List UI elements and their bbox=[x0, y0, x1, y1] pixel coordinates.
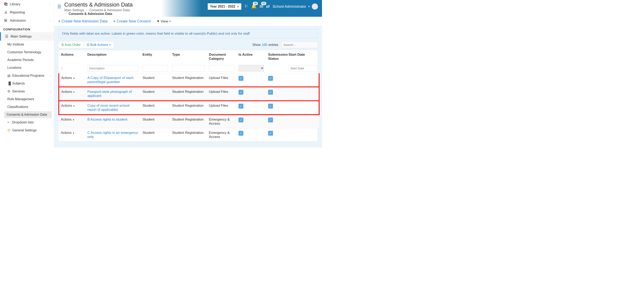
caret-down-icon: ▼ bbox=[109, 44, 111, 46]
year-label: Year 2021 - 2022 bbox=[210, 5, 235, 8]
cell-category: Emergency & Access bbox=[207, 128, 236, 142]
sidebar-item-reporting[interactable]: 🖨 Reporting bbox=[0, 8, 54, 16]
table-row: Actions ▼B Access rights to studentStude… bbox=[59, 115, 319, 128]
item-icon: ≡ bbox=[7, 121, 11, 124]
sidebar-item-academic-periods[interactable]: Academic Periods bbox=[0, 56, 54, 64]
sort-icon[interactable]: ⇅ bbox=[61, 67, 63, 70]
description-link[interactable]: Passport-style photograph of applicant bbox=[88, 90, 132, 98]
sidebar: 📚 Library ‹ 🖨 Reporting 🏛 Admission ‹ CO… bbox=[0, 0, 54, 147]
search-input[interactable] bbox=[281, 41, 318, 48]
description-link[interactable]: C Access rights in an emergency only bbox=[88, 131, 138, 139]
chevron-down-icon: ⌄ bbox=[48, 35, 51, 38]
caret-down-icon: ▼ bbox=[72, 132, 74, 134]
col-start[interactable]: Start Date bbox=[286, 50, 319, 63]
mail-icon[interactable]: ✉83 bbox=[260, 4, 263, 9]
col-type[interactable]: Type bbox=[170, 50, 207, 63]
col-actions[interactable]: Actions bbox=[59, 50, 85, 63]
button-label: Bulk Actions bbox=[90, 43, 108, 47]
active-checkbox[interactable]: ✓ bbox=[238, 76, 244, 81]
sidebar-item-educational-programs[interactable]: ▤Educational Programs‹ bbox=[0, 72, 54, 80]
col-entity[interactable]: Entity bbox=[140, 50, 170, 63]
breadcrumb-item[interactable]: Main Settings bbox=[64, 8, 84, 12]
sidebar-item-consents-admission-data[interactable]: Consents & Admission Data bbox=[4, 111, 52, 118]
item-icon: ⚙ bbox=[7, 128, 11, 132]
cell-start-date bbox=[286, 101, 319, 115]
sidebar-item-locations[interactable]: Locations bbox=[0, 64, 54, 72]
breadcrumb: Main Settings / Consents & Admission Dat… bbox=[64, 8, 133, 16]
active-checkbox[interactable]: ✓ bbox=[238, 131, 244, 136]
filter-entity[interactable] bbox=[142, 65, 168, 71]
row-actions-dropdown[interactable]: Actions ▼ bbox=[61, 104, 75, 107]
row-actions-dropdown[interactable]: Actions ▼ bbox=[61, 90, 75, 93]
view-dropdown[interactable]: ▼ View ▼ bbox=[156, 19, 171, 23]
caret-down-icon: ▼ bbox=[73, 77, 75, 79]
sidebar-item-dropdown-lists[interactable]: ≡Dropdown lists bbox=[0, 119, 54, 126]
sidebar-item-admission[interactable]: 🏛 Admission ‹ bbox=[0, 16, 54, 25]
user-menu[interactable]: School Administrator ▼ bbox=[272, 3, 318, 9]
bulk-actions-button[interactable]: ☰ Bulk Actions ▼ bbox=[84, 41, 114, 48]
filter-active[interactable] bbox=[238, 65, 264, 72]
sidebar-item-role-management[interactable]: Role Management bbox=[0, 95, 54, 103]
col-category[interactable]: Document Category bbox=[207, 50, 236, 63]
submission-checkbox[interactable]: ✓ bbox=[268, 131, 273, 136]
col-active[interactable]: Is Active bbox=[236, 50, 266, 63]
table-row: Actions ▼Copy of most recent school repo… bbox=[59, 101, 319, 115]
table-row: Actions ▼A Copy of ID/passport of each p… bbox=[59, 73, 319, 87]
col-submission[interactable]: Submission Status bbox=[266, 50, 286, 63]
sidebar-item-general-settings[interactable]: ⚙General Settings bbox=[0, 126, 54, 134]
list-icon: ☰ bbox=[86, 43, 90, 47]
sidebar-item-subjects[interactable]: ▐▌Subjects‹ bbox=[0, 80, 54, 87]
cell-entity: Student bbox=[140, 73, 170, 87]
caret-down-icon: ▼ bbox=[72, 119, 74, 121]
menu-toggle-icon[interactable]: ☰ bbox=[56, 2, 64, 9]
sidebar-item-classifications[interactable]: Classifications bbox=[0, 103, 54, 111]
sidebar-item-my-institute[interactable]: My Institute bbox=[0, 41, 54, 48]
caret-down-icon: ▼ bbox=[237, 5, 239, 8]
auto-order-button[interactable]: ⇅ Auto Order bbox=[58, 41, 84, 48]
sidebar-item-services[interactable]: ⚙Services‹ bbox=[0, 87, 54, 95]
description-link[interactable]: A Copy of ID/passport of each parent/leg… bbox=[88, 76, 134, 84]
active-checkbox[interactable]: ✓ bbox=[238, 117, 244, 122]
submission-checkbox[interactable]: ✓ bbox=[268, 117, 273, 122]
sidebar-item-customize-terminology[interactable]: Customize Terminology bbox=[0, 48, 54, 56]
row-actions-dropdown[interactable]: Actions ▼ bbox=[61, 131, 74, 134]
caret-down-icon: ▼ bbox=[169, 20, 171, 22]
caret-down-icon: ▼ bbox=[73, 105, 75, 107]
table-row: Actions ▼Passport-style photograph of ap… bbox=[59, 87, 319, 101]
description-link[interactable]: B Access rights to student bbox=[88, 117, 128, 121]
submission-checkbox[interactable]: ✓ bbox=[268, 76, 273, 81]
chevron-left-icon: ‹ bbox=[50, 3, 51, 6]
content: Only fields with label are active. Label… bbox=[54, 26, 322, 147]
filter-start-date[interactable] bbox=[288, 65, 317, 71]
button-label: Create New Consent bbox=[116, 19, 151, 23]
entries-count[interactable]: 100 bbox=[262, 43, 267, 47]
year-selector[interactable]: Year 2021 - 2022 ▼ bbox=[208, 3, 241, 10]
cell-start-date bbox=[286, 115, 319, 128]
sidebar-item-library[interactable]: 📚 Library ‹ bbox=[0, 0, 54, 8]
show-label: Show bbox=[252, 43, 260, 47]
row-actions-dropdown[interactable]: Actions ▼ bbox=[61, 118, 74, 121]
filter-row: ⇅ bbox=[59, 63, 319, 73]
create-admission-button[interactable]: + Create New Admission Data bbox=[58, 19, 108, 23]
sidebar-item-label: My Institute bbox=[7, 43, 24, 46]
create-consent-button[interactable]: + Create New Consent bbox=[113, 19, 151, 23]
cell-start-date bbox=[286, 73, 319, 87]
filter-type[interactable] bbox=[172, 65, 205, 71]
filter-category[interactable] bbox=[209, 65, 234, 71]
flag-icon[interactable]: ⚐ bbox=[244, 4, 248, 9]
link-icon[interactable]: ⇄ bbox=[266, 4, 270, 9]
sidebar-item-label: Services bbox=[12, 90, 25, 93]
submission-checkbox[interactable]: ✓ bbox=[268, 104, 273, 109]
breadcrumb-item[interactable]: Consents & Admission Data bbox=[89, 8, 130, 12]
row-actions-dropdown[interactable]: Actions ▼ bbox=[61, 76, 75, 80]
sidebar-item-label: Customize Terminology bbox=[7, 50, 41, 54]
bell-icon[interactable]: 🔔48 bbox=[251, 4, 257, 9]
description-link[interactable]: Copy of most recent school report (if ap… bbox=[88, 104, 130, 112]
submission-checkbox[interactable]: ✓ bbox=[268, 90, 273, 95]
data-table: Actions Description Entity Type Document… bbox=[58, 50, 318, 142]
active-checkbox[interactable]: ✓ bbox=[238, 104, 244, 109]
col-description[interactable]: Description bbox=[85, 50, 140, 63]
active-checkbox[interactable]: ✓ bbox=[238, 90, 244, 95]
filter-description[interactable] bbox=[88, 65, 138, 71]
sidebar-item-main-settings[interactable]: ☰ Main Settings ⌄ bbox=[0, 32, 54, 41]
